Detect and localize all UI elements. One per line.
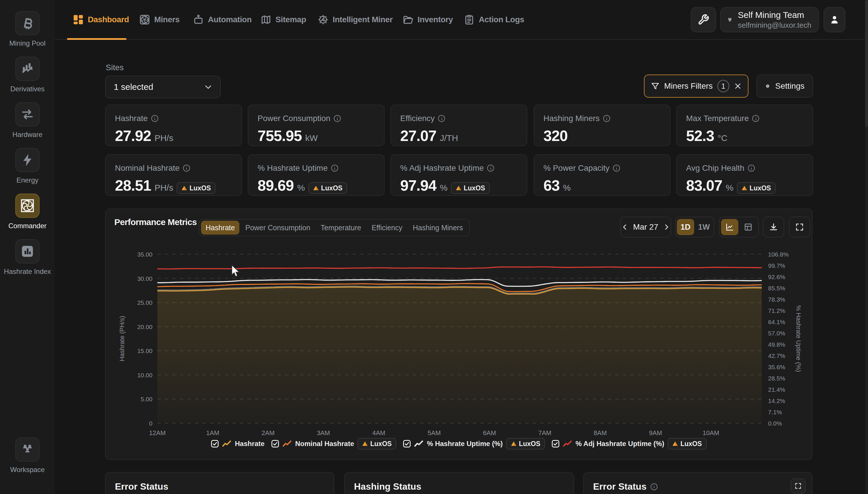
svg-text:25.00: 25.00 [137, 299, 153, 306]
svg-text:14.2%: 14.2% [768, 398, 785, 404]
svg-text:0: 0 [149, 420, 153, 427]
svg-text:5.00: 5.00 [141, 396, 153, 402]
svg-text:7.1%: 7.1% [768, 409, 782, 415]
svg-text:35.00: 35.00 [137, 251, 153, 258]
svg-text:15.00: 15.00 [137, 347, 153, 354]
svg-text:20.00: 20.00 [137, 324, 153, 330]
svg-text:10.00: 10.00 [137, 372, 153, 378]
svg-text:42.7%: 42.7% [768, 353, 785, 359]
svg-text:30.00: 30.00 [137, 275, 153, 282]
svg-text:3AM: 3AM [317, 429, 330, 437]
svg-text:9AM: 9AM [649, 429, 662, 437]
svg-text:85.5%: 85.5% [768, 285, 785, 291]
svg-text:35.6%: 35.6% [768, 364, 785, 370]
svg-text:49.8%: 49.8% [768, 341, 785, 348]
svg-text:64.1%: 64.1% [768, 319, 785, 325]
svg-text:1AM: 1AM [206, 429, 219, 437]
svg-text:10AM: 10AM [703, 429, 719, 437]
svg-text:28.5%: 28.5% [768, 375, 785, 382]
svg-text:71.2%: 71.2% [768, 307, 785, 314]
svg-text:12AM: 12AM [149, 429, 165, 437]
svg-text:92.6%: 92.6% [768, 273, 785, 280]
svg-text:2AM: 2AM [262, 429, 275, 437]
svg-text:0.0%: 0.0% [768, 420, 782, 427]
svg-text:106.8%: 106.8% [768, 251, 789, 258]
svg-text:21.4%: 21.4% [768, 386, 785, 393]
svg-text:6AM: 6AM [483, 429, 496, 437]
svg-text:4AM: 4AM [372, 429, 385, 437]
svg-text:57.0%: 57.0% [768, 330, 785, 337]
svg-text:78.3%: 78.3% [768, 296, 785, 303]
svg-text:8AM: 8AM [594, 429, 607, 437]
svg-text:Hashrate (PH/s): Hashrate (PH/s) [118, 316, 125, 361]
svg-text:5AM: 5AM [428, 429, 441, 437]
svg-text:99.7%: 99.7% [768, 262, 785, 269]
svg-text:% Hashrate Uptime (%): % Hashrate Uptime (%) [795, 305, 802, 372]
svg-text:7AM: 7AM [538, 429, 551, 437]
